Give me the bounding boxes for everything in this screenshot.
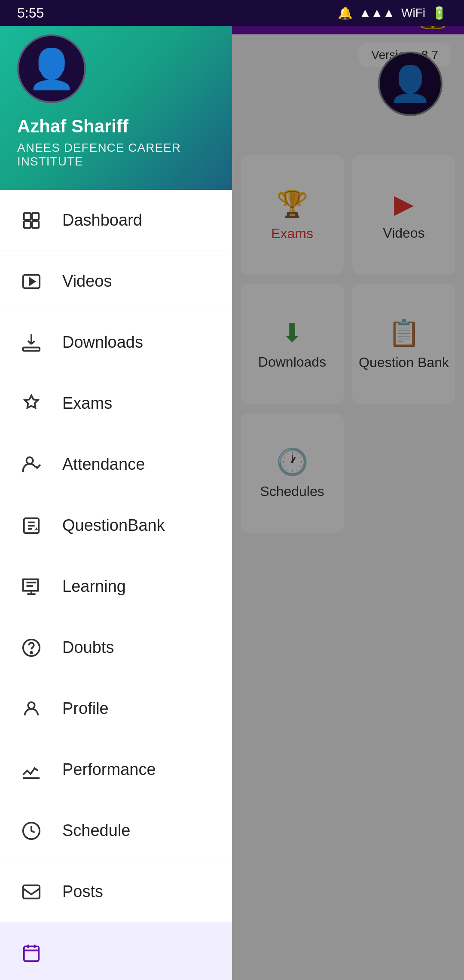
status-time: 5:55 — [17, 5, 44, 21]
svg-point-10 — [31, 652, 32, 653]
menu-item-attendance[interactable]: Attendance — [0, 434, 232, 495]
menu-item-questionbank[interactable]: QuestionBank — [0, 495, 232, 556]
profile-icon — [17, 695, 45, 723]
svg-rect-14 — [24, 946, 39, 961]
signal-icon: ▲▲▲ — [359, 6, 395, 20]
menu-item-events-partial[interactable] — [0, 922, 232, 980]
questionbank-icon — [17, 511, 45, 539]
menu-item-videos[interactable]: Videos — [0, 251, 232, 312]
doubts-icon — [17, 634, 45, 662]
menu-item-exams[interactable]: Exams — [0, 373, 232, 434]
status-bar: 5:55 🔔 ▲▲▲ WiFi 🔋 — [0, 0, 464, 26]
svg-point-11 — [28, 702, 34, 708]
learning-label: Learning — [62, 577, 126, 596]
notification-icon: 🔔 — [338, 6, 353, 20]
status-icons: 🔔 ▲▲▲ WiFi 🔋 — [338, 6, 447, 20]
menu-item-downloads[interactable]: Downloads — [0, 312, 232, 373]
performance-icon — [17, 756, 45, 784]
schedule-icon — [17, 817, 45, 845]
dashboard-label: Dashboard — [62, 211, 142, 230]
downloads-icon — [17, 328, 45, 356]
menu-item-performance[interactable]: Performance — [0, 739, 232, 800]
doubts-label: Doubts — [62, 638, 114, 657]
menu-item-schedule[interactable]: Schedule — [0, 800, 232, 861]
profile-label: Profile — [62, 699, 109, 718]
svg-rect-13 — [23, 885, 39, 898]
attendance-label: Attendance — [62, 455, 145, 474]
menu-item-doubts[interactable]: Doubts — [0, 617, 232, 678]
exams-icon — [17, 389, 45, 417]
wifi-icon: WiFi — [401, 6, 425, 20]
attendance-icon — [17, 450, 45, 478]
user-name: Azhaf Shariff — [17, 116, 215, 137]
schedule-label: Schedule — [62, 821, 130, 840]
learning-icon — [17, 573, 45, 600]
user-avatar: 👤 — [17, 34, 86, 103]
exams-label: Exams — [62, 394, 112, 413]
svg-rect-0 — [24, 213, 30, 219]
menu-item-profile[interactable]: Profile — [0, 678, 232, 739]
svg-marker-5 — [30, 278, 35, 285]
menu-item-learning[interactable]: Learning — [0, 556, 232, 617]
performance-label: Performance — [62, 760, 156, 779]
svg-rect-2 — [24, 221, 30, 227]
navigation-drawer: 👤 Azhaf Shariff ANEES DEFENCE CAREER INS… — [0, 0, 232, 980]
dashboard-icon — [17, 206, 45, 234]
svg-rect-3 — [32, 221, 38, 227]
battery-icon: 🔋 — [432, 6, 447, 20]
posts-label: Posts — [62, 882, 103, 901]
menu-item-dashboard[interactable]: Dashboard — [0, 190, 232, 251]
drawer-header: 👤 Azhaf Shariff ANEES DEFENCE CAREER INS… — [0, 0, 232, 190]
svg-rect-6 — [23, 347, 39, 351]
videos-icon — [17, 267, 45, 295]
avatar-person-icon: 👤 — [27, 46, 76, 92]
menu-item-posts[interactable]: Posts — [0, 861, 232, 922]
drawer-menu: Dashboard Videos Downloads — [0, 190, 232, 980]
svg-rect-1 — [32, 213, 38, 219]
videos-label: Videos — [62, 272, 112, 291]
questionbank-label: QuestionBank — [62, 516, 165, 535]
user-organization: ANEES DEFENCE CAREER INSTITUTE — [17, 141, 215, 168]
svg-point-7 — [26, 457, 33, 463]
posts-icon — [17, 878, 45, 906]
events-icon-partial — [17, 939, 45, 967]
downloads-label: Downloads — [62, 333, 143, 352]
